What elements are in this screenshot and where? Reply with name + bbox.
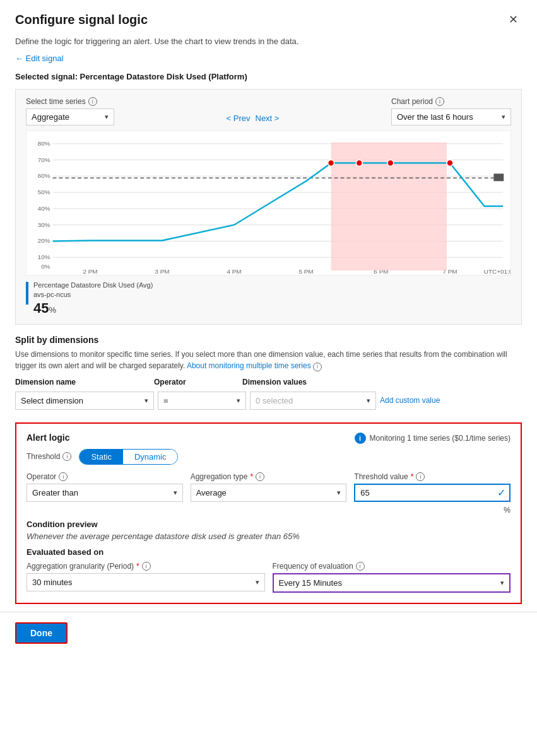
frequency-select[interactable]: Every 15 Minutes ▾ bbox=[273, 573, 511, 593]
chart-prev-link[interactable]: < Prev bbox=[227, 113, 251, 123]
dim-col-name: Dimension name bbox=[15, 378, 154, 389]
svg-text:4 PM: 4 PM bbox=[227, 268, 241, 275]
chart-period-info-icon[interactable]: i bbox=[435, 97, 444, 106]
close-icon: ✕ bbox=[509, 13, 518, 26]
chart-nav-group: < Prev Next > bbox=[227, 113, 280, 125]
legend-info: Percentage Datastore Disk Used (Avg) avs… bbox=[33, 281, 153, 317]
svg-text:5 PM: 5 PM bbox=[298, 268, 313, 275]
chart-period-label: Chart period i bbox=[391, 97, 511, 106]
frequency-chevron: ▾ bbox=[500, 579, 504, 587]
alert-fields-row: Operator i Greater than ▾ Aggregation ty… bbox=[27, 472, 510, 515]
monitoring-info: i Monitoring 1 time series ($0.1/time se… bbox=[355, 433, 510, 444]
time-series-info-icon[interactable]: i bbox=[88, 97, 97, 106]
operator-info-icon[interactable]: i bbox=[59, 472, 68, 481]
legend-unit: % bbox=[49, 305, 56, 315]
threshold-label: Threshold i bbox=[27, 452, 71, 461]
eval-section: Evaluated based on Aggregation granulari… bbox=[27, 547, 510, 593]
chart-controls: Select time series i Aggregate ▾ < Prev … bbox=[26, 97, 511, 125]
frequency-info-icon[interactable]: i bbox=[356, 562, 365, 571]
condition-preview-title: Condition preview bbox=[27, 520, 510, 529]
period-label: Aggregation granularity (Period) * i bbox=[27, 562, 265, 571]
time-series-select[interactable]: Aggregate ▾ bbox=[26, 108, 114, 125]
threshold-value-field: Threshold value * i ✓ % bbox=[354, 472, 510, 515]
operator-select[interactable]: = ▾ bbox=[158, 392, 246, 410]
aggregation-type-select[interactable]: Average ▾ bbox=[191, 484, 347, 502]
done-button[interactable]: Done bbox=[15, 622, 68, 644]
panel-title: Configure signal logic bbox=[15, 13, 148, 27]
period-info-icon[interactable]: i bbox=[142, 562, 151, 571]
time-series-label: Select time series i bbox=[26, 97, 114, 106]
dimensions-title: Split by dimensions bbox=[15, 335, 522, 345]
alert-logic-section: Alert logic i Monitoring 1 time series (… bbox=[15, 422, 522, 604]
threshold-value-input[interactable] bbox=[355, 485, 493, 501]
dim-col-operator: Operator bbox=[154, 378, 242, 389]
chart-next-link[interactable]: Next > bbox=[256, 113, 280, 123]
chart-period-select[interactable]: Over the last 6 hours ▾ bbox=[391, 108, 511, 125]
legend-line1: Percentage Datastore Disk Used (Avg) bbox=[33, 281, 153, 290]
threshold-static-btn[interactable]: Static bbox=[80, 450, 123, 464]
threshold-row: Threshold i Static Dynamic bbox=[27, 449, 510, 465]
legend-color-bar bbox=[26, 282, 28, 305]
panel-footer: Done bbox=[0, 612, 537, 654]
monitoring-text: Monitoring 1 time series ($0.1/time seri… bbox=[370, 434, 510, 443]
operator-type-select[interactable]: Greater than ▾ bbox=[27, 484, 183, 502]
svg-rect-30 bbox=[493, 173, 504, 181]
svg-text:2 PM: 2 PM bbox=[83, 268, 97, 275]
svg-point-26 bbox=[328, 160, 334, 166]
svg-text:UTC+01:00: UTC+01:00 bbox=[484, 268, 510, 275]
condition-preview-text: Whenever the average percentage datastor… bbox=[27, 532, 510, 541]
svg-point-28 bbox=[387, 160, 394, 166]
monitoring-link[interactable]: About monitoring multiple time series bbox=[187, 361, 311, 370]
svg-text:3 PM: 3 PM bbox=[155, 268, 169, 275]
operator-chevron: ▾ bbox=[237, 397, 240, 405]
threshold-value-info-icon[interactable]: i bbox=[416, 472, 425, 481]
dim-row: Select dimension ▾ = ▾ 0 selected ▾ Add … bbox=[15, 392, 522, 410]
operator-field: Operator i Greater than ▾ bbox=[27, 472, 183, 515]
threshold-unit-label: % bbox=[354, 506, 510, 515]
alert-logic-title: Alert logic bbox=[27, 433, 69, 443]
close-button[interactable]: ✕ bbox=[505, 11, 522, 28]
condition-preview: Condition preview Whenever the average p… bbox=[27, 520, 510, 541]
threshold-dynamic-btn[interactable]: Dynamic bbox=[123, 450, 178, 464]
svg-text:80%: 80% bbox=[38, 140, 50, 147]
dim-table-header: Dimension name Operator Dimension values bbox=[15, 378, 522, 389]
time-series-chevron: ▾ bbox=[105, 113, 109, 121]
legend-line2: avs-pc-ncus bbox=[33, 290, 153, 299]
period-select[interactable]: 30 minutes ▾ bbox=[27, 573, 265, 591]
svg-text:40%: 40% bbox=[38, 205, 50, 212]
svg-text:0%: 0% bbox=[41, 263, 50, 270]
dimensions-desc: Use dimensions to monitor specific time … bbox=[15, 349, 522, 371]
threshold-info-icon[interactable]: i bbox=[62, 452, 71, 461]
threshold-value-label: Threshold value * i bbox=[354, 472, 510, 481]
values-select[interactable]: 0 selected ▾ bbox=[250, 392, 376, 410]
svg-text:20%: 20% bbox=[38, 237, 50, 244]
operator-type-chevron: ▾ bbox=[174, 489, 177, 497]
aggregation-label: Aggregation type * i bbox=[191, 472, 347, 481]
aggregation-chevron: ▾ bbox=[337, 489, 341, 497]
aggregation-field: Aggregation type * i Average ▾ bbox=[191, 472, 347, 515]
threshold-toggle-group: Static Dynamic bbox=[79, 449, 178, 465]
chart-section: Select time series i Aggregate ▾ < Prev … bbox=[15, 89, 522, 325]
svg-point-29 bbox=[447, 160, 453, 166]
chart-period-group: Chart period i Over the last 6 hours ▾ bbox=[391, 97, 511, 125]
frequency-label: Frequency of evaluation i bbox=[273, 562, 511, 571]
add-custom-link[interactable]: Add custom value bbox=[380, 396, 522, 405]
svg-text:30%: 30% bbox=[38, 221, 50, 228]
svg-point-27 bbox=[356, 160, 362, 166]
dimensions-section: Split by dimensions Use dimensions to mo… bbox=[0, 325, 537, 415]
panel-header: Configure signal logic ✕ bbox=[0, 0, 537, 34]
dimension-chevron: ▾ bbox=[145, 397, 148, 405]
aggregation-info-icon[interactable]: i bbox=[256, 472, 264, 481]
chart-period-chevron: ▾ bbox=[502, 113, 505, 121]
dimension-select[interactable]: Select dimension ▾ bbox=[15, 392, 154, 410]
frequency-field: Frequency of evaluation i Every 15 Minut… bbox=[273, 562, 511, 593]
dimensions-info-icon[interactable]: i bbox=[313, 363, 322, 371]
time-series-group: Select time series i Aggregate ▾ bbox=[26, 97, 114, 125]
eval-title: Evaluated based on bbox=[27, 547, 510, 557]
edit-signal-link[interactable]: ← Edit signal bbox=[0, 51, 537, 68]
dim-col-values: Dimension values bbox=[242, 378, 369, 389]
monitoring-info-icon: i bbox=[355, 433, 366, 444]
svg-text:10%: 10% bbox=[38, 253, 50, 260]
svg-text:50%: 50% bbox=[38, 189, 50, 195]
legend-value: 45 bbox=[33, 300, 49, 316]
